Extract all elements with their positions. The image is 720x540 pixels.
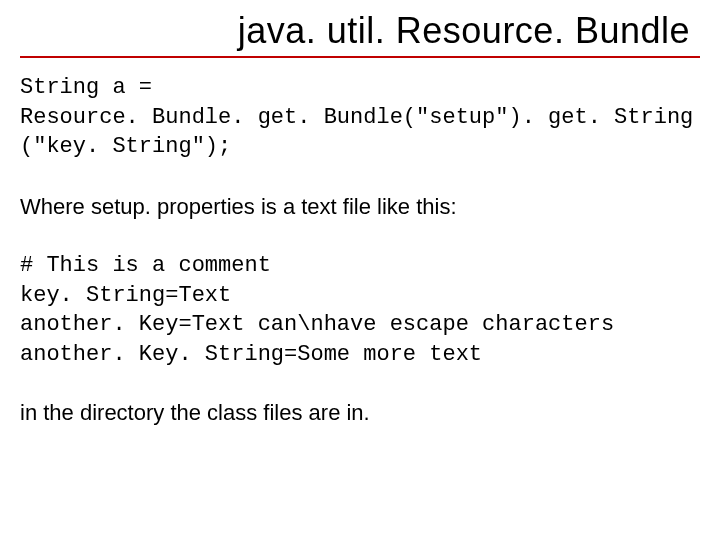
slide-title: java. util. Resource. Bundle <box>20 10 700 52</box>
code-line-1: String a = <box>20 75 152 100</box>
prop-line-3: another. Key=Text can\nhave escape chara… <box>20 312 614 337</box>
prop-line-2: key. String=Text <box>20 283 231 308</box>
prop-line-4: another. Key. String=Some more text <box>20 342 482 367</box>
prop-line-1: # This is a comment <box>20 253 271 278</box>
code-line-2: Resource. Bundle. get. Bundle("setup"). … <box>20 105 693 130</box>
title-underline <box>20 56 700 58</box>
description-text: Where setup. properties is a text file l… <box>20 192 700 223</box>
java-code-block: String a = Resource. Bundle. get. Bundle… <box>20 73 700 162</box>
footer-text: in the directory the class files are in. <box>20 398 700 429</box>
code-line-3: ("key. String"); <box>20 134 231 159</box>
properties-file-block: # This is a comment key. String=Text ano… <box>20 251 700 370</box>
